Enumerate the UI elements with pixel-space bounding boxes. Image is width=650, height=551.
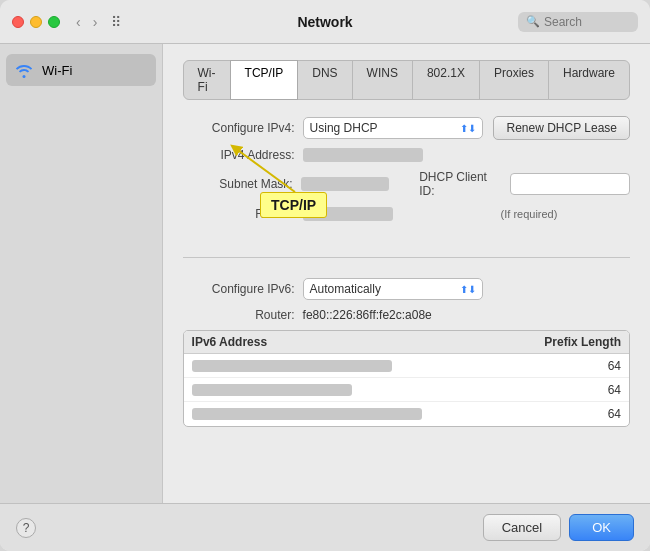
sidebar: Wi-Fi	[0, 44, 163, 503]
blurred-address-3	[192, 408, 422, 420]
traffic-lights	[12, 16, 60, 28]
td-prefix-3: 64	[521, 407, 621, 421]
select-arrow-icon: ⬆⬇	[460, 123, 476, 134]
nav-buttons: ‹ ›	[72, 12, 101, 32]
th-address: IPv6 Address	[192, 335, 521, 349]
td-address-3	[192, 408, 521, 420]
ipv4-section: Configure IPv4: Using DHCP ⬆⬇ Renew DHCP…	[183, 116, 630, 229]
required-note-area: (If required)	[501, 206, 558, 221]
tcpip-tooltip: TCP/IP	[260, 192, 327, 218]
tab-wins[interactable]: WINS	[352, 60, 413, 100]
ipv6-section: Configure IPv6: Automatically ⬆⬇ Router:…	[183, 278, 630, 427]
table-row: 64	[184, 354, 629, 378]
tab-8021x[interactable]: 802.1X	[412, 60, 480, 100]
blurred-address-2	[192, 384, 352, 396]
subnet-mask-value	[301, 177, 389, 191]
divider	[183, 257, 630, 258]
tab-proxies[interactable]: Proxies	[479, 60, 549, 100]
dhcp-client-label: DHCP Client ID:	[419, 170, 502, 198]
bottom-bar: ? Cancel OK	[0, 503, 650, 551]
table-row: 64	[184, 378, 629, 402]
configure-ipv4-select[interactable]: Using DHCP ⬆⬇	[303, 117, 483, 139]
ipv4-address-label: IPv4 Address:	[183, 148, 303, 162]
ipv4-address-value	[303, 148, 423, 162]
forward-button[interactable]: ›	[89, 12, 102, 32]
bottom-left: ?	[16, 518, 36, 538]
subnet-mask-label: Subnet Mask:	[183, 177, 301, 191]
bottom-right: Cancel OK	[483, 514, 634, 541]
close-button[interactable]	[12, 16, 24, 28]
renew-dhcp-button[interactable]: Renew DHCP Lease	[493, 116, 630, 140]
wifi-icon	[14, 60, 34, 80]
search-icon: 🔍	[526, 15, 540, 28]
tabs: Wi-Fi TCP/IP DNS WINS 802.1X Proxies Har…	[183, 60, 630, 100]
required-note: (If required)	[501, 208, 558, 220]
fullscreen-button[interactable]	[48, 16, 60, 28]
sidebar-item-wifi[interactable]: Wi-Fi	[6, 54, 156, 86]
configure-ipv4-value: Using DHCP	[310, 121, 378, 135]
router-ipv6-row: Router: fe80::226:86ff:fe2c:a08e	[183, 308, 630, 322]
search-input[interactable]	[544, 15, 634, 29]
right-panel: Wi-Fi TCP/IP DNS WINS 802.1X Proxies Har…	[163, 44, 650, 503]
table-row: 64	[184, 402, 629, 426]
tab-hardware[interactable]: Hardware	[548, 60, 630, 100]
title-bar: ‹ › ⠿ Network 🔍	[0, 0, 650, 44]
window-title: Network	[297, 14, 352, 30]
renew-area: Renew DHCP Lease	[493, 116, 630, 140]
dhcp-client-input[interactable]	[510, 173, 630, 195]
ipv6-table: IPv6 Address Prefix Length 64 64	[183, 330, 630, 427]
configure-ipv6-label: Configure IPv6:	[183, 282, 303, 296]
grid-icon: ⠿	[111, 14, 121, 30]
main-window: ‹ › ⠿ Network 🔍 Wi-Fi	[0, 0, 650, 551]
subnet-mask-row: Subnet Mask: DHCP Client ID:	[183, 170, 630, 198]
select-arrow-ipv6-icon: ⬆⬇	[460, 284, 476, 295]
td-address-1	[192, 360, 521, 372]
sidebar-item-wifi-label: Wi-Fi	[42, 63, 72, 78]
minimize-button[interactable]	[30, 16, 42, 28]
router-ipv6-label: Router:	[183, 308, 303, 322]
back-button[interactable]: ‹	[72, 12, 85, 32]
configure-ipv6-select[interactable]: Automatically ⬆⬇	[303, 278, 483, 300]
help-button[interactable]: ?	[16, 518, 36, 538]
search-box[interactable]: 🔍	[518, 12, 638, 32]
configure-ipv6-row: Configure IPv6: Automatically ⬆⬇	[183, 278, 630, 300]
cancel-button[interactable]: Cancel	[483, 514, 561, 541]
tab-wifi[interactable]: Wi-Fi	[183, 60, 231, 100]
td-address-2	[192, 384, 521, 396]
router-ipv4-row: Router: (If required)	[183, 206, 630, 221]
td-prefix-2: 64	[521, 383, 621, 397]
table-header: IPv6 Address Prefix Length	[184, 331, 629, 354]
ok-button[interactable]: OK	[569, 514, 634, 541]
configure-ipv6-value: Automatically	[310, 282, 381, 296]
configure-ipv4-label: Configure IPv4:	[183, 121, 303, 135]
ipv4-address-row: IPv4 Address:	[183, 148, 630, 162]
configure-ipv4-row: Configure IPv4: Using DHCP ⬆⬇ Renew DHCP…	[183, 116, 630, 140]
td-prefix-1: 64	[521, 359, 621, 373]
th-prefix: Prefix Length	[521, 335, 621, 349]
tab-tcpip[interactable]: TCP/IP	[230, 60, 299, 100]
content-area: Wi-Fi Wi-Fi TCP/IP DNS WINS 802.1X Proxi…	[0, 44, 650, 503]
tab-dns[interactable]: DNS	[297, 60, 352, 100]
dhcp-client-area: DHCP Client ID:	[419, 170, 630, 198]
blurred-address-1	[192, 360, 392, 372]
router-ipv6-value: fe80::226:86ff:fe2c:a08e	[303, 308, 432, 322]
